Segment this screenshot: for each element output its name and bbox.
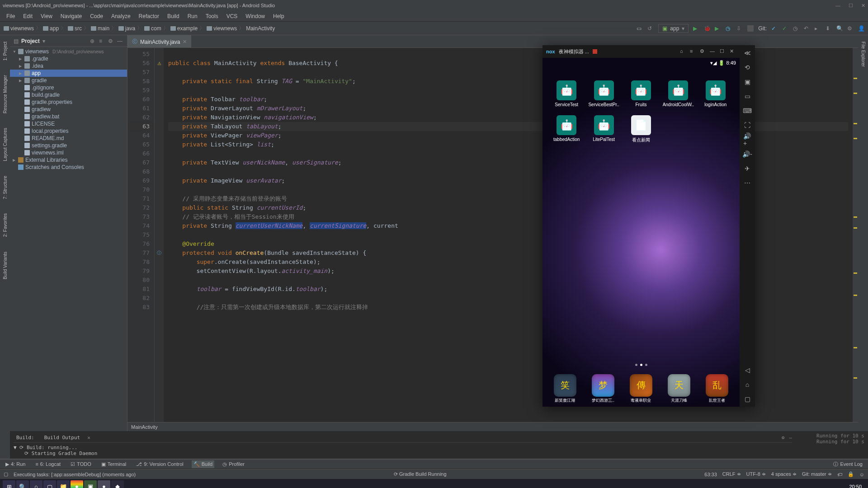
minimize-icon[interactable]: — <box>835 3 840 9</box>
emu-rotate-icon[interactable]: ⟲ <box>743 63 751 71</box>
emu-location-icon[interactable]: ✈ <box>743 164 751 173</box>
tree-root[interactable]: ▼ viewnewsD:\Android_pro\viewnews <box>10 48 127 55</box>
breadcrumb-item[interactable]: MainActivity <box>246 25 275 32</box>
app-news[interactable]: 看点新闻 <box>624 115 658 143</box>
maximize-icon[interactable]: ☐ <box>849 3 853 9</box>
emu-home-icon[interactable]: ⌂ <box>743 380 751 389</box>
tree-item[interactable]: ▶gradle <box>10 77 127 84</box>
hide-icon[interactable]: — <box>117 38 123 44</box>
emu-collapse-icon[interactable]: ≪ <box>743 49 751 57</box>
status-mem-icon[interactable]: 🏷 <box>837 472 842 477</box>
app-loginaction[interactable]: loginAction <box>699 80 732 107</box>
dock-game-4[interactable]: 天天涯刀锋 <box>668 374 690 404</box>
tool-profiler[interactable]: ◷ Profiler <box>221 460 246 468</box>
emu-keyboard-icon[interactable]: ⌨ <box>743 107 751 115</box>
menu-refactor[interactable]: Refactor <box>135 12 163 20</box>
emu-shake-icon[interactable]: ▭ <box>743 92 751 100</box>
dock-game-5[interactable]: 乱乱世王者 <box>706 374 728 404</box>
taskbar-cortana[interactable]: ○ <box>30 480 42 488</box>
tool-terminal[interactable]: ▣ Terminal <box>99 460 128 468</box>
breadcrumb-item[interactable]: main <box>91 25 109 32</box>
taskbar-search[interactable]: 🔍 <box>16 480 29 488</box>
rail-layout-captures[interactable]: Layout Captures <box>3 125 8 164</box>
editor-tab-mainactivity[interactable]: ⓒ MainActivity.java ✕ <box>127 35 191 47</box>
project-tree[interactable]: ▼ viewnewsD:\Android_pro\viewnews ▶.grad… <box>10 47 127 431</box>
tree-item[interactable]: ▶.idea <box>10 62 127 70</box>
taskbar-androidstudio[interactable]: ▣ <box>84 480 97 488</box>
emu-recent-icon[interactable]: ▢ <box>743 395 751 403</box>
build-output-tab[interactable]: Build Output <box>42 434 83 441</box>
start-button[interactable]: ⊞ <box>3 480 15 488</box>
attach-icon[interactable]: ⇩ <box>736 25 743 32</box>
dock-game-2[interactable]: 梦梦幻西游三.. <box>592 374 614 404</box>
taskbar-taskview[interactable]: ▢ <box>43 480 56 488</box>
dock-game-3[interactable]: 傳毒液单职业 <box>630 374 652 404</box>
settings-icon[interactable]: ⚙ <box>847 25 854 32</box>
menu-file[interactable]: File <box>3 12 19 20</box>
breadcrumb-item[interactable]: java <box>118 25 135 32</box>
tree-item[interactable]: gradlew.bat <box>10 113 127 120</box>
menu-window[interactable]: Window <box>242 12 269 20</box>
tab-close-icon[interactable]: ✕ <box>183 39 187 45</box>
status-encoding[interactable]: UTF-8 ≑ <box>746 471 766 477</box>
tool-logcat[interactable]: ≡ 6: Logcat <box>33 460 62 468</box>
emulator-max-icon[interactable]: ☐ <box>720 48 726 55</box>
menu-build[interactable]: Build <box>164 12 183 20</box>
error-stripe[interactable] <box>853 48 858 422</box>
emulator-window[interactable]: nox 夜神模拟器 ... ⌂ ≡ ⚙ — ☐ ✕ ▾◢ 🔋 8:49 Serv… <box>542 45 755 407</box>
expand-all-icon[interactable]: ≡ <box>99 38 105 44</box>
dock-game-1[interactable]: 笑新笑傲江湖 <box>554 374 576 404</box>
app-androidcoolw[interactable]: AndroidCoolW.. <box>661 80 695 107</box>
run-config-select[interactable]: ▣app▾ <box>658 24 689 33</box>
breadcrumb-item[interactable]: example <box>170 25 198 32</box>
stop-icon[interactable] <box>747 25 754 32</box>
vcs-revert-icon[interactable]: ↶ <box>804 25 810 32</box>
emulator-menu-icon[interactable]: ≡ <box>690 48 696 55</box>
menu-analyze[interactable]: Analyze <box>108 12 134 20</box>
breadcrumb-item[interactable]: viewnews <box>207 25 237 32</box>
tool-build[interactable]: 🔨 Build <box>192 460 214 468</box>
tree-item[interactable]: README.md <box>10 135 127 142</box>
menu-code[interactable]: Code <box>86 12 107 20</box>
status-notif-icon[interactable]: ☺ <box>859 472 864 477</box>
sdk-icon[interactable]: ⬇ <box>826 25 832 32</box>
menu-view[interactable]: View <box>37 12 56 20</box>
tree-item[interactable]: gradlew <box>10 106 127 113</box>
rail-project[interactable]: 1: Project <box>3 39 8 63</box>
close-icon[interactable]: ✕ <box>861 3 865 9</box>
tree-item[interactable]: settings.gradle <box>10 142 127 149</box>
app-servicetest[interactable]: ServiceTest <box>550 80 583 107</box>
coverage-icon[interactable]: ▶ <box>715 25 721 32</box>
tool-todo[interactable]: ☑ TODO <box>69 460 93 468</box>
editor-breadcrumb[interactable]: MainActivity <box>127 422 858 431</box>
run-icon[interactable]: ▶ <box>693 25 699 32</box>
app-tabbedaction[interactable]: tabbedAction <box>550 115 583 143</box>
tree-item[interactable]: LICENSE <box>10 120 127 127</box>
rail-resource-manager[interactable]: Resource Manager <box>3 72 8 116</box>
build-close-icon[interactable]: ✕ <box>87 435 90 441</box>
status-pos[interactable]: 63:33 <box>704 472 717 477</box>
tree-item[interactable]: ▶.gradle <box>10 55 127 62</box>
taskbar-chrome[interactable]: ● <box>71 480 83 488</box>
tool-vcs[interactable]: ⎇ 9: Version Control <box>134 460 185 468</box>
vcs-update-icon[interactable]: ✓ <box>771 25 778 32</box>
breadcrumb-item[interactable]: com <box>144 25 161 32</box>
tree-item[interactable]: local.properties <box>10 127 127 135</box>
tool-eventlog[interactable]: ⓘ Event Log <box>831 460 864 469</box>
breadcrumb-item[interactable]: src <box>68 25 82 32</box>
project-title[interactable]: Project <box>21 38 40 44</box>
taskbar-nox[interactable]: ◆ <box>111 480 124 488</box>
select-open-file-icon[interactable]: ⊕ <box>90 38 96 44</box>
emu-voldown-icon[interactable]: 🔊- <box>743 150 751 158</box>
rail-file-explorer[interactable]: File Explorer <box>861 39 866 70</box>
rail-build-variants[interactable]: Build Variants <box>3 249 8 282</box>
app-litepaltest[interactable]: LitePalTest <box>587 115 620 143</box>
menu-navigate[interactable]: Navigate <box>57 12 85 20</box>
emu-fullscreen-icon[interactable]: ⛶ <box>743 121 751 129</box>
emulator-screen[interactable]: ▾◢ 🔋 8:49 ServiceTest ServiceBestPr.. Fr… <box>542 58 740 407</box>
menu-vcs[interactable]: VCS <box>223 12 241 20</box>
tree-item[interactable]: viewnews.iml <box>10 149 127 156</box>
rail-structure[interactable]: 7: Structure <box>3 173 8 202</box>
tree-item[interactable]: build.gradle <box>10 91 127 99</box>
menu-run[interactable]: Run <box>184 12 201 20</box>
